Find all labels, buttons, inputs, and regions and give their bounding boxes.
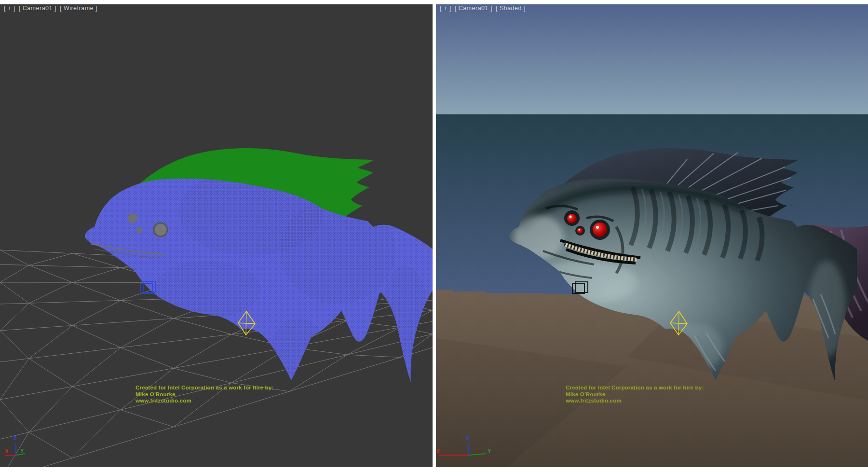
credit-text: Created for Intel Corporation as a work … [136,385,273,404]
axis-x-label: X [436,449,440,454]
viewport-label-right: [ + ] [ Camera01 ] [ Shaded ] [440,5,527,12]
viewport-splitter[interactable] [433,0,436,472]
shading-viewport-menu[interactable]: [ Shaded ] [496,5,526,12]
pov-viewport-menu[interactable]: [ Camera01 ] [19,5,56,12]
sky-upper [436,4,868,114]
general-viewport-menu[interactable]: [ + ] [440,5,451,12]
axis-z-label: Z [14,436,17,441]
pov-viewport-menu[interactable]: [ Camera01 ] [455,5,492,12]
main-stage: [ + ] [ Camera01 ] [ Wireframe ] [ + ] [… [0,0,868,472]
axis-z-label: Z [466,436,470,441]
axis-y-label: Y [20,448,24,454]
axis-x-label: X [5,449,8,454]
fish-eye-dot [154,223,167,236]
fish-eye-dot [136,227,142,233]
viewport-label-left: [ + ] [ Camera01 ] [ Wireframe ] [4,5,99,12]
shading-viewport-menu[interactable]: [ Wireframe ] [60,5,97,12]
credit-text: Created for Intel Corporation as a work … [566,385,704,404]
axis-y-label: Y [488,448,491,454]
fish-eye-dot [128,213,137,223]
general-viewport-menu[interactable]: [ + ] [4,5,15,12]
